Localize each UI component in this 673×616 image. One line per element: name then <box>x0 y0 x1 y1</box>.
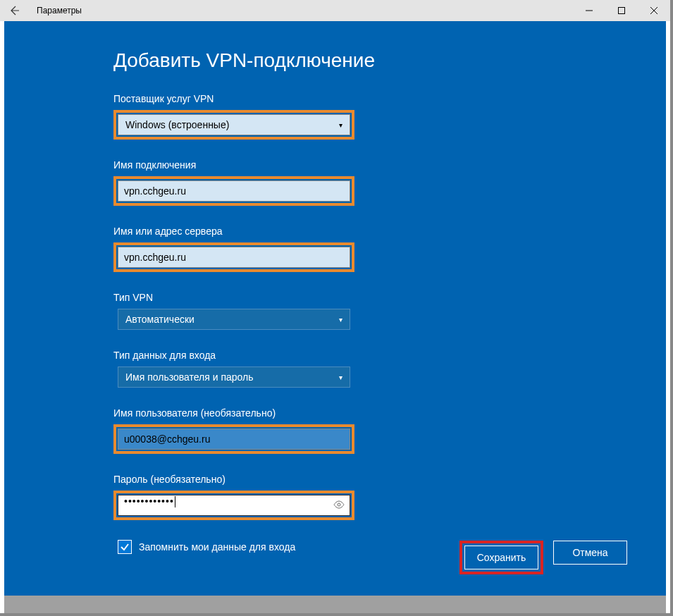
vpn-type-select[interactable]: Автоматически ▾ <box>118 309 350 330</box>
connection-name-input[interactable] <box>118 180 350 202</box>
signin-type-select[interactable]: Имя пользователя и пароль ▾ <box>118 366 350 388</box>
save-button[interactable]: Сохранить <box>464 546 538 569</box>
svg-point-4 <box>338 503 340 506</box>
username-input[interactable] <box>118 429 350 450</box>
chevron-down-icon: ▾ <box>339 374 342 381</box>
window-title: Параметры <box>37 6 82 16</box>
dialog-heading: Добавить VPN-подключение <box>113 49 666 72</box>
maximize-button[interactable] <box>605 0 638 21</box>
arrow-left-icon <box>8 5 20 16</box>
reveal-password-icon[interactable] <box>333 500 345 511</box>
minimize-button[interactable] <box>573 0 605 21</box>
minimize-icon <box>586 7 593 14</box>
remember-checkbox[interactable] <box>118 540 132 554</box>
vpn-type-label: Тип VPN <box>113 292 666 303</box>
signin-type-label: Тип данных для входа <box>113 350 666 361</box>
vpn-provider-label: Поставщик услуг VPN <box>113 93 666 104</box>
vpn-add-dialog: Добавить VPN-подключение Поставщик услуг… <box>4 21 666 596</box>
maximize-icon <box>618 7 625 14</box>
connection-name-label: Имя подключения <box>113 159 666 171</box>
username-label: Имя пользователя (необязательно) <box>113 407 666 419</box>
vpn-provider-select[interactable]: Windows (встроенные) ▾ <box>118 114 350 135</box>
svg-rect-1 <box>619 8 625 14</box>
chevron-down-icon: ▾ <box>339 316 342 324</box>
remember-label: Запомнить мои данные для входа <box>139 541 295 553</box>
vpn-provider-value: Windows (встроенные) <box>125 119 229 130</box>
check-icon <box>120 542 130 552</box>
back-button[interactable] <box>0 0 28 21</box>
close-button[interactable] <box>638 0 670 21</box>
cancel-button[interactable]: Отмена <box>553 541 627 565</box>
bottom-strip <box>4 596 666 613</box>
server-address-label: Имя или адрес сервера <box>113 226 666 237</box>
chevron-down-icon: ▾ <box>339 121 342 129</box>
password-label: Пароль (необязательно) <box>113 474 666 485</box>
server-address-input[interactable] <box>118 247 350 268</box>
close-icon <box>650 7 657 14</box>
titlebar: Параметры <box>0 0 670 21</box>
vpn-type-value: Автоматически <box>125 314 195 325</box>
signin-type-value: Имя пользователя и пароль <box>125 371 254 383</box>
password-input[interactable]: •••••••••••• <box>118 495 350 516</box>
